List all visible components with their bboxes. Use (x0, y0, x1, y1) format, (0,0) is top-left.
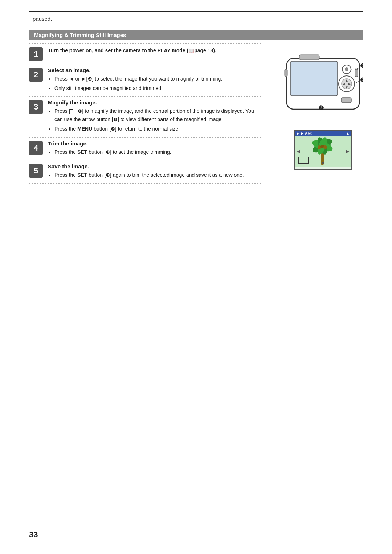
step-2-content: Select an image. Press ◄ or ►[❸] to sele… (48, 67, 261, 93)
step-3-bullet-2: Press the MENU button [❷] to return to t… (54, 125, 261, 133)
divider-1 (29, 43, 261, 44)
step-2-number: 2 (29, 68, 43, 82)
divider-4 (29, 137, 261, 138)
divider-6 (29, 183, 261, 184)
step-5-block: 5 Save the image. Press the SET button [… (29, 163, 261, 180)
svg-line-13 (351, 68, 359, 69)
top-border (29, 11, 363, 12)
page-number: 33 (29, 530, 38, 539)
trim-rect (298, 157, 309, 164)
step-3-content: Magnify the image. Press [T] [❶] to magn… (48, 99, 261, 134)
zoom-label: ▶ 9.6x (301, 131, 312, 135)
step-4-content: Trim the image. Press the SET button [❸]… (48, 140, 261, 157)
step-4-list: Press the SET button [❸] to set the imag… (48, 148, 261, 156)
divider-5 (29, 160, 261, 160)
svg-rect-19 (285, 69, 287, 77)
step-5-number: 5 (29, 164, 43, 178)
play-icon: ▶ (297, 131, 299, 135)
step-5-list: Press the SET button [❸] again to trim t… (48, 171, 261, 179)
step-3-bullet-1: Press [T] [❶] to magnify the image, and … (54, 107, 261, 124)
step-4-body: Press the SET button [❸] to set the imag… (48, 148, 261, 156)
step-4-bullet-1: Press the SET button [❸] to set the imag… (54, 148, 261, 156)
step-5-bullet-1: Press the SET button [❸] again to trim t… (54, 171, 261, 179)
arrow-up-header: ▲ (346, 131, 350, 135)
step-3-title: Magnify the image. (48, 99, 261, 106)
section-header: Magnifying & Trimming Still Images (29, 30, 363, 40)
step-2-title: Select an image. (48, 67, 261, 73)
step-3-body: Press [T] [❶] to magnify the image, and … (48, 107, 261, 133)
arrow-right: ► (345, 148, 350, 154)
main-content: 1 Turn the power on, and set the camera … (29, 40, 363, 186)
step-3-list: Press [T] [❶] to magnify the image, and … (48, 107, 261, 133)
svg-text:❶: ❶ (360, 63, 363, 69)
step-4-title: Trim the image. (48, 140, 261, 147)
paused-text: paused. (29, 16, 363, 22)
step-5-content: Save the image. Press the SET button [❸]… (48, 163, 261, 180)
step-2-body: Press ◄ or ►[❸] to select the image that… (48, 75, 261, 92)
step-2-bullet-2: Only still images can be magnified and t… (54, 84, 261, 92)
step-5-body: Press the SET button [❸] again to trim t… (48, 171, 261, 179)
step-3-number: 3 (29, 100, 43, 114)
step-4-block: 4 Trim the image. Press the SET button [… (29, 140, 261, 157)
step-3-block: 3 Magnify the image. Press [T] [❶] to ma… (29, 99, 261, 134)
screen-preview: ▶ ▶ 9.6x ▲ (294, 130, 352, 170)
right-column: ▲ ▼ ◄ ► ❶ ❷ ❸ (269, 40, 363, 186)
screen-header: ▶ ▶ 9.6x ▲ (295, 131, 351, 136)
scene: ◄ ► ▼ (295, 136, 351, 167)
svg-line-15 (355, 81, 359, 84)
arrow-bottom: ▼ (320, 160, 326, 166)
svg-text:◄: ◄ (342, 82, 346, 86)
camera-illustration: ▲ ▼ ◄ ► ❶ ❷ ❸ (279, 48, 363, 120)
svg-rect-20 (355, 69, 358, 77)
svg-point-29 (323, 145, 327, 149)
svg-rect-10 (341, 98, 351, 103)
svg-rect-18 (299, 55, 319, 60)
screen-preview-wrap: ▶ ▶ 9.6x ▲ (294, 127, 352, 170)
divider-3 (29, 96, 261, 97)
step-1-text: Turn the power on, and set the camera to… (48, 48, 188, 53)
step-1-content: Turn the power on, and set the camera to… (48, 46, 261, 55)
arrow-left: ◄ (296, 148, 301, 154)
step-1-number: 1 (29, 47, 43, 61)
step-1-text2: page 13). (194, 48, 216, 53)
camera-svg: ▲ ▼ ◄ ► ❶ ❷ ❸ (279, 48, 363, 120)
step-4-number: 4 (29, 141, 43, 155)
step-2-list: Press ◄ or ►[❸] to select the image that… (48, 75, 261, 92)
left-column: 1 Turn the power on, and set the camera … (29, 40, 269, 186)
step-2-bullet-1: Press ◄ or ►[❸] to select the image that… (54, 75, 261, 83)
step-1-block: 1 Turn the power on, and set the camera … (29, 46, 261, 61)
divider-2 (29, 64, 261, 64)
svg-text:❷: ❷ (360, 77, 363, 83)
step-1-body: Turn the power on, and set the camera to… (48, 46, 261, 55)
page-container: paused. Magnifying & Trimming Still Imag… (0, 0, 392, 554)
svg-text:►: ► (348, 82, 351, 86)
step-2-block: 2 Select an image. Press ◄ or ►[❸] to se… (29, 67, 261, 93)
svg-rect-1 (290, 61, 338, 96)
step-5-title: Save the image. (48, 163, 261, 169)
svg-point-3 (345, 67, 348, 71)
svg-text:❸: ❸ (319, 105, 324, 111)
step-1-icon: 📖 (188, 48, 194, 53)
